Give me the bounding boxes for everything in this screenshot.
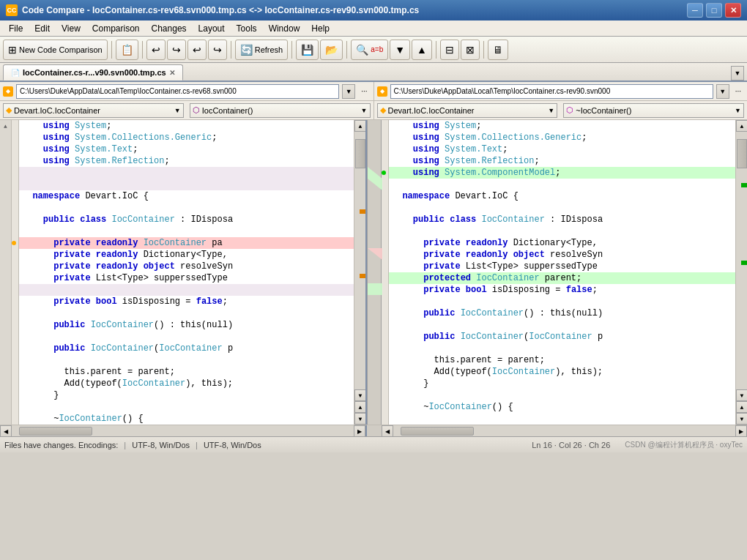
left-line-17: public IocContainer() : this(null) [19,319,354,331]
right-scroll-track [736,132,747,389]
right-path-dropdown[interactable]: ▼ [716,84,729,99]
left-line-3: using System.Text; [19,143,354,155]
right-marker-5 [382,167,388,179]
left-method-arrow: ▼ [361,107,368,114]
menu-tools[interactable]: Tools [231,22,263,35]
menu-layout[interactable]: Layout [193,22,231,35]
left-method-label: IocContainer() [202,106,253,115]
menu-view[interactable]: View [56,22,86,35]
redo2-button[interactable]: ↪ [208,40,227,60]
left-path-dropdown[interactable]: ▼ [342,84,355,99]
left-line-20 [19,354,354,366]
left-scroll-thumb[interactable] [355,139,365,168]
menu-file[interactable]: File [3,22,29,35]
left-class-selector[interactable]: ◆ Devart.IoC.IocContainer ▼ [3,103,184,118]
left-line-13: private readonly object resolveSyn [19,261,354,272]
left-line-19: public IocContainer(IocContainer p [19,343,354,354]
right-line-7: namespace Devart.IoC { [389,190,735,202]
find-label: a=b [371,45,383,53]
right-marker-1 [382,120,388,132]
undo2-button[interactable]: ↩ [187,40,207,60]
right-line-20 [389,343,735,354]
right-scroll-down[interactable]: ▼ [736,389,747,401]
right-prev-change[interactable]: ▲ [736,401,747,413]
prev-diff-icon: ▲ [417,44,427,56]
right-line-3: using System.Text; [389,143,735,155]
left-collapse-top[interactable]: ▲ [4,122,7,130]
toolbar-separator-3 [231,41,231,59]
redo-button[interactable]: ↪ [167,40,186,60]
marker-line-9 [12,214,18,225]
open-button[interactable]: 📂 [320,40,343,60]
minimize-button[interactable]: ─ [687,3,703,18]
menu-help[interactable]: Help [305,22,335,35]
marker-line-2 [12,132,18,143]
left-hscroll-right[interactable]: ▶ [354,425,365,437]
save-button[interactable]: 💾 [296,40,319,60]
right-marker-4 [382,155,388,167]
tab-dropdown-button[interactable]: ▼ [731,66,744,81]
maximize-button[interactable]: □ [706,3,722,18]
left-prev-change[interactable]: ▲ [354,401,366,413]
right-next-change[interactable]: ▼ [736,413,747,425]
layout2-icon: ⊠ [466,44,475,56]
diff-connector-svg [368,120,382,413]
left-scroll-up[interactable]: ▲ [354,120,366,132]
options-button[interactable]: 🖥 [488,40,508,60]
editor-container: ▲ using System; using System.Collections… [0,120,747,425]
layout-button[interactable]: ⊟ [440,40,459,60]
right-scroll-thumb[interactable] [737,139,747,168]
status-sep-2: | [196,441,198,449]
right-file-icon: ◆ [377,86,387,97]
copy-icon: 📋 [121,44,133,56]
left-code-content[interactable]: using System; using System.Collections.G… [19,120,354,425]
left-next-change[interactable]: ▼ [354,413,366,425]
hscroll-center-spacer [367,425,382,436]
right-hscroll-right[interactable]: ▶ [735,425,747,437]
toolbar-separator-4 [291,41,292,59]
right-path-input[interactable] [390,84,713,99]
right-scroll-marker-1 [741,183,747,187]
left-hscroll-left[interactable]: ◀ [0,425,12,437]
new-comparison-button[interactable]: ⊞ New Code Comparison [3,40,108,60]
right-line-5: using System.ComponentModel; [389,167,735,179]
prev-diff-button[interactable]: ▲ [412,40,432,60]
left-hscroll: ◀ ▶ [0,425,367,436]
undo-button[interactable]: ↩ [146,40,166,60]
right-method-icon: ⬡ [566,105,573,115]
right-method-selector[interactable]: ⬡ ~IocContainer() ▼ [563,103,744,118]
close-button[interactable]: ✕ [725,3,741,18]
right-scrollbar: ▲ ▼ ▲ ▼ [735,120,747,425]
right-diff-side-marker [382,120,389,425]
copy-button[interactable]: 📋 [116,40,138,60]
left-path-input[interactable] [16,84,339,99]
right-scroll-up[interactable]: ▲ [736,120,747,132]
left-line-14b [19,284,354,296]
left-line-22: Add(typeof(IocContainer), this); [19,378,354,389]
left-path-dots[interactable]: ··· [358,87,370,95]
next-diff-button[interactable]: ▼ [390,40,410,60]
right-hscroll-left[interactable]: ◀ [382,425,393,437]
right-class-selector[interactable]: ◆ Devart.IoC.IocContainer ▼ [377,103,558,118]
find-button[interactable]: 🔍 a=b [351,40,388,60]
tab-close-icon[interactable]: ✕ [169,69,175,77]
redo-icon: ↪ [172,44,181,56]
menu-window[interactable]: Window [263,22,306,35]
right-code-content[interactable]: using System; using System.Collections.G… [389,120,735,425]
layout2-button[interactable]: ⊠ [461,40,480,60]
left-scroll-down[interactable]: ▼ [354,389,366,401]
save-icon: 💾 [301,44,313,56]
left-editor-pane: ▲ using System; using System.Collections… [0,120,367,425]
menu-comparison[interactable]: Comparison [86,22,146,35]
status-right-encoding: UTF-8, Win/Dos [204,441,261,449]
left-method-selector[interactable]: ⬡ IocContainer() ▼ [190,103,371,118]
left-scroll-track [354,132,365,389]
refresh-button[interactable]: 🔄 Refresh [235,40,289,60]
right-path-dots[interactable]: ··· [732,87,744,95]
right-hscroll-thumb[interactable] [401,427,474,436]
left-hscroll-thumb[interactable] [19,427,92,436]
menu-changes[interactable]: Changes [146,22,193,35]
menu-edit[interactable]: Edit [29,22,56,35]
tab-ioccontainer[interactable]: 📄 IocContainer.cs-r...v90.svn000.tmp.cs … [3,64,183,81]
left-line-16 [19,307,354,319]
